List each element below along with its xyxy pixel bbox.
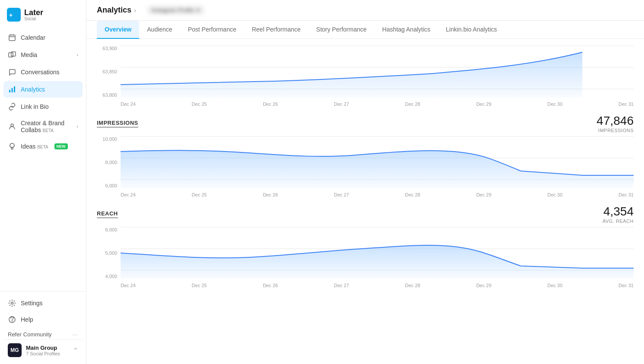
media-arrow-icon: › bbox=[77, 52, 78, 58]
impressions-value: 47,846 bbox=[596, 114, 634, 128]
profile-selector[interactable]: Instagram Profile ▾ bbox=[147, 5, 205, 15]
calendar-icon bbox=[8, 33, 16, 42]
sidebar-item-analytics[interactable]: Analytics bbox=[3, 81, 83, 98]
followers-chart-section: 63,900 63,850 63,800 bbox=[97, 46, 634, 111]
reach-y-label-bot: 4,000 bbox=[97, 274, 121, 279]
later-logo-icon: + bbox=[7, 8, 21, 22]
reach-y-label-mid: 5,000 bbox=[97, 250, 121, 256]
media-icon bbox=[8, 51, 16, 59]
help-icon bbox=[8, 315, 16, 324]
sidebar-bottom: Settings Help Refer Community ··· MG Mai… bbox=[0, 291, 86, 364]
svg-point-8 bbox=[11, 124, 13, 127]
impressions-chart-container: 10,000 8,000 6,000 bbox=[97, 136, 634, 201]
impressions-x-dec27: Dec 27 bbox=[334, 192, 349, 197]
header: Analytics › Instagram Profile ▾ bbox=[86, 0, 644, 21]
reach-x-dec24: Dec 24 bbox=[121, 283, 136, 288]
impressions-y-label-mid: 8,000 bbox=[97, 160, 121, 165]
reach-title: REACH bbox=[97, 210, 118, 218]
reach-chart-container: 6,000 5,000 4,000 bbox=[97, 227, 634, 292]
tab-reel-performance[interactable]: Reel Performance bbox=[244, 21, 309, 39]
logo-name: Later bbox=[24, 9, 43, 16]
workspace-avatar: MG bbox=[8, 343, 22, 357]
reach-x-dec28: Dec 28 bbox=[405, 283, 420, 288]
reach-value-label: AVG. REACH bbox=[603, 218, 634, 224]
impressions-x-dec25: Dec 25 bbox=[192, 192, 207, 197]
sidebar-item-media[interactable]: Media › bbox=[3, 47, 83, 63]
svg-rect-2 bbox=[9, 35, 15, 41]
sidebar: + Later Social Calendar Media › bbox=[0, 0, 86, 364]
impressions-header: IMPRESSIONS 47,846 IMPRESSIONS bbox=[97, 114, 634, 133]
reach-value: 4,354 bbox=[603, 205, 634, 218]
sidebar-item-help[interactable]: Help bbox=[3, 311, 83, 328]
followers-x-dec27: Dec 27 bbox=[334, 101, 349, 107]
impressions-title: IMPRESSIONS bbox=[97, 120, 138, 127]
refer-community-row[interactable]: Refer Community ··· bbox=[3, 328, 83, 339]
breadcrumb-analytics: Analytics bbox=[97, 6, 131, 15]
impressions-x-dec30: Dec 30 bbox=[547, 192, 562, 197]
sidebar-item-ideas-label: Ideas BETA bbox=[21, 143, 48, 150]
svg-text:+: + bbox=[9, 12, 13, 19]
impressions-y-label-top: 10,000 bbox=[97, 136, 121, 142]
svg-point-9 bbox=[11, 302, 13, 304]
impressions-y-labels: 10,000 8,000 6,000 bbox=[97, 136, 121, 188]
reach-chart-svg bbox=[121, 227, 634, 279]
tab-post-performance[interactable]: Post Performance bbox=[180, 21, 244, 39]
followers-chart-area bbox=[121, 46, 634, 98]
workspace-chevron-icon: ⌃ bbox=[73, 347, 78, 354]
reach-x-dec30: Dec 30 bbox=[547, 283, 562, 288]
followers-x-dec29: Dec 29 bbox=[476, 101, 491, 107]
tab-hashtag-analytics[interactable]: Hashtag Analytics bbox=[374, 21, 438, 39]
sidebar-item-help-label: Help bbox=[21, 316, 33, 323]
impressions-x-dec28: Dec 28 bbox=[405, 192, 420, 197]
sidebar-item-settings-label: Settings bbox=[21, 300, 43, 307]
followers-x-dec30: Dec 30 bbox=[547, 101, 562, 107]
reach-y-labels: 6,000 5,000 4,000 bbox=[97, 227, 121, 279]
conversations-icon bbox=[8, 68, 16, 76]
impressions-section: IMPRESSIONS 47,846 IMPRESSIONS 10,000 8,… bbox=[97, 114, 634, 201]
sidebar-item-calendar[interactable]: Calendar bbox=[3, 29, 83, 46]
svg-rect-6 bbox=[12, 88, 13, 92]
analytics-icon bbox=[8, 85, 16, 94]
reach-header: REACH 4,354 AVG. REACH bbox=[97, 205, 634, 224]
impressions-chart-svg bbox=[121, 136, 634, 188]
impressions-chart-area bbox=[121, 136, 634, 188]
workspace-profiles: 7 Social Profiles bbox=[26, 351, 69, 356]
sidebar-item-calendar-label: Calendar bbox=[21, 34, 45, 41]
impressions-value-block: 47,846 IMPRESSIONS bbox=[596, 114, 634, 133]
tab-story-performance[interactable]: Story Performance bbox=[309, 21, 375, 39]
ideas-icon bbox=[8, 142, 16, 151]
impressions-x-labels: Dec 24 Dec 25 Dec 26 Dec 27 Dec 28 Dec 2… bbox=[121, 188, 634, 201]
workspace-row[interactable]: MG Main Group 7 Social Profiles ⌃ bbox=[3, 339, 83, 361]
followers-chart-container: 63,900 63,850 63,800 bbox=[97, 46, 634, 111]
profile-name: Instagram Profile bbox=[152, 7, 194, 13]
sidebar-item-conversations[interactable]: Conversations bbox=[3, 64, 83, 80]
logo-sub: Social bbox=[24, 16, 43, 21]
link-icon bbox=[8, 102, 16, 111]
main-content: Analytics › Instagram Profile ▾ Overview… bbox=[86, 0, 644, 364]
refer-label: Refer bbox=[8, 331, 22, 338]
reach-x-dec27: Dec 27 bbox=[334, 283, 349, 288]
sidebar-item-settings[interactable]: Settings bbox=[3, 295, 83, 311]
sidebar-item-creator[interactable]: Creator & BrandCollabs BETA › bbox=[3, 116, 83, 137]
reach-x-labels: Dec 24 Dec 25 Dec 26 Dec 27 Dec 28 Dec 2… bbox=[121, 279, 634, 292]
creator-icon bbox=[8, 122, 16, 131]
impressions-x-dec29: Dec 29 bbox=[476, 192, 491, 197]
sidebar-nav: Calendar Media › Conversations Analytics bbox=[0, 28, 86, 161]
ideas-new-badge: NEW bbox=[54, 143, 68, 149]
followers-x-labels: Dec 24 Dec 25 Dec 26 Dec 27 Dec 28 Dec 2… bbox=[121, 98, 634, 111]
refer-dots[interactable]: ··· bbox=[72, 331, 78, 338]
refer-community-label: Community bbox=[23, 331, 52, 338]
reach-x-dec29: Dec 29 bbox=[476, 283, 491, 288]
workspace-name: Main Group bbox=[26, 345, 69, 351]
sidebar-item-link-in-bio[interactable]: Link in Bio bbox=[3, 98, 83, 115]
sidebar-item-analytics-label: Analytics bbox=[21, 86, 45, 93]
settings-icon bbox=[8, 299, 16, 307]
workspace-info: Main Group 7 Social Profiles bbox=[26, 345, 69, 356]
logo: + Later Social bbox=[0, 0, 86, 28]
sidebar-item-ideas[interactable]: Ideas BETA NEW bbox=[3, 138, 83, 155]
tab-linkinbio-analytics[interactable]: Linkin.bio Analytics bbox=[438, 21, 505, 39]
tab-audience[interactable]: Audience bbox=[139, 21, 180, 39]
reach-x-dec26: Dec 26 bbox=[263, 283, 278, 288]
tab-overview[interactable]: Overview bbox=[97, 21, 139, 39]
sidebar-item-media-label: Media bbox=[21, 51, 37, 58]
